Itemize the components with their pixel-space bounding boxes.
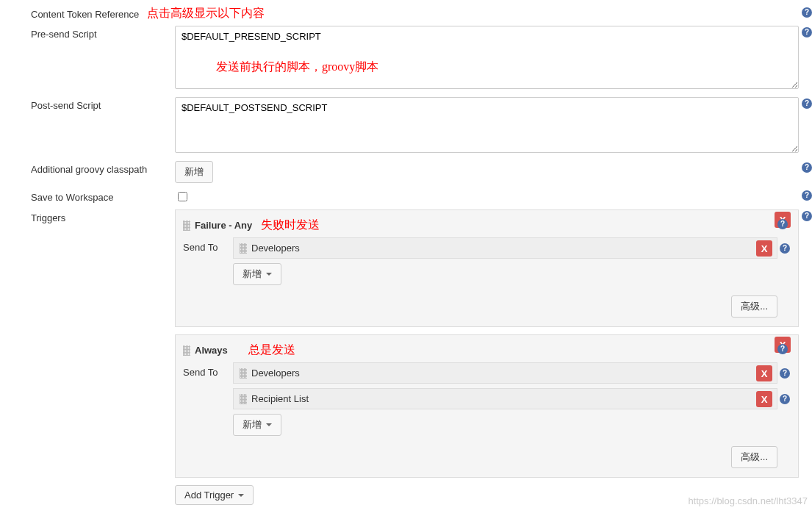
- trigger-box-failure-any: X ? Failure - Any 失败时发送 Send To Develope…: [175, 209, 799, 327]
- content-token-reference-label: Content Token Reference: [31, 6, 175, 20]
- sendto-label: Send To: [183, 362, 224, 378]
- drag-handle-icon[interactable]: [240, 243, 247, 254]
- sendto-label: Send To: [183, 237, 224, 253]
- trigger-box-always: X ? Always 总是发送 Send To Developers X ?: [175, 334, 799, 478]
- advanced-button[interactable]: 高级...: [731, 295, 777, 318]
- recipient-row: Developers X ?: [233, 362, 777, 384]
- content-token-reference-row: Content Token Reference ? 点击高级显示以下内容: [31, 6, 799, 20]
- annotation-trigger-1: 总是发送: [248, 343, 295, 358]
- save-workspace-label: Save to Workspace: [31, 189, 175, 203]
- save-workspace-row: Save to Workspace ?: [31, 189, 799, 204]
- save-workspace-checkbox[interactable]: [178, 192, 187, 201]
- drag-handle-icon[interactable]: [240, 368, 247, 379]
- recipient-name: Developers: [251, 243, 300, 254]
- recipient-name: Recipient List: [251, 393, 309, 404]
- postsend-script-textarea[interactable]: [175, 97, 799, 153]
- help-icon[interactable]: ?: [802, 162, 812, 173]
- help-icon[interactable]: ?: [802, 98, 812, 109]
- add-trigger-button[interactable]: Add Trigger: [175, 485, 254, 505]
- trigger-title: Failure - Any: [195, 220, 252, 231]
- chevron-down-icon: [266, 273, 272, 276]
- triggers-label: Triggers: [31, 209, 175, 223]
- presend-script-label: Pre-send Script: [31, 26, 175, 40]
- delete-recipient-button[interactable]: X: [756, 391, 772, 407]
- add-recipient-button[interactable]: 新增: [233, 263, 281, 285]
- help-icon[interactable]: ?: [802, 7, 812, 18]
- triggers-row: Triggers ? X ? Failure - Any 失败时发送 Send …: [31, 209, 799, 505]
- chevron-down-icon: [238, 494, 244, 497]
- chevron-down-icon: [266, 423, 272, 426]
- help-icon[interactable]: ?: [780, 394, 790, 404]
- recipient-row: Developers X ?: [233, 237, 777, 259]
- help-icon[interactable]: ?: [802, 190, 812, 201]
- add-recipient-button[interactable]: 新增: [233, 414, 281, 436]
- advanced-button[interactable]: 高级...: [731, 446, 777, 468]
- delete-recipient-button[interactable]: X: [756, 240, 772, 257]
- postsend-script-label: Post-send Script: [31, 97, 175, 111]
- recipient-row: Recipient List X ?: [233, 388, 777, 409]
- help-icon[interactable]: ?: [777, 344, 788, 354]
- add-classpath-button[interactable]: 新增: [175, 161, 213, 183]
- help-icon[interactable]: ?: [780, 368, 790, 379]
- drag-handle-icon[interactable]: [240, 394, 247, 404]
- help-icon[interactable]: ?: [777, 219, 788, 229]
- drag-handle-icon[interactable]: [183, 221, 190, 231]
- recipient-name: Developers: [251, 368, 300, 379]
- presend-script-textarea[interactable]: [175, 26, 799, 89]
- postsend-script-row: Post-send Script ?: [31, 97, 799, 155]
- annotation-trigger-0: 失败时发送: [261, 218, 320, 233]
- help-icon[interactable]: ?: [802, 211, 812, 221]
- delete-recipient-button[interactable]: X: [756, 365, 772, 381]
- drag-handle-icon[interactable]: [183, 345, 190, 356]
- trigger-title: Always: [195, 345, 228, 356]
- classpath-row: Additional groovy classpath 新增 ?: [31, 161, 799, 183]
- presend-script-row: Pre-send Script ? 发送前执行的脚本，groovy脚本: [31, 26, 799, 91]
- help-icon[interactable]: ?: [780, 243, 790, 254]
- help-icon[interactable]: ?: [802, 27, 812, 37]
- classpath-label: Additional groovy classpath: [31, 161, 175, 175]
